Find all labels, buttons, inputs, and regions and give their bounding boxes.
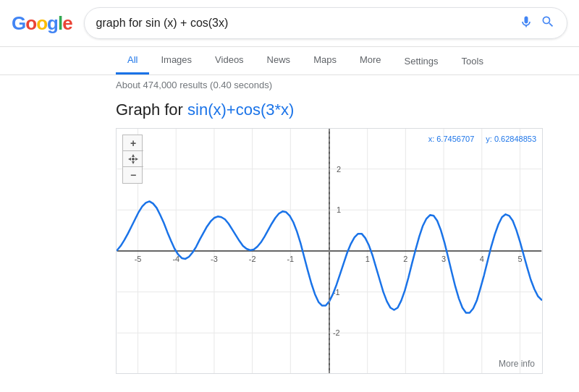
tab-videos[interactable]: Videos: [203, 47, 255, 74]
svg-text:5: 5: [517, 255, 522, 263]
coords-display: x: 6.7456707 y: 0.62848853: [428, 135, 536, 143]
tab-maps[interactable]: Maps: [302, 47, 348, 74]
svg-marker-2: [128, 158, 131, 161]
formula-link[interactable]: sin(x)+cos(3*x): [187, 101, 294, 119]
main-content: Graph for sin(x)+cos(3*x) + − x: 6.74567…: [0, 95, 579, 380]
header: Google: [0, 0, 579, 47]
graph-container[interactable]: + − x: 6.7456707 y: 0.62848853: [116, 128, 543, 374]
x-coord: x: 6.7456707: [428, 135, 475, 143]
tab-all[interactable]: All: [116, 47, 149, 74]
heading-prefix: Graph for: [116, 101, 187, 119]
tab-images[interactable]: Images: [149, 47, 203, 74]
pan-control[interactable]: [123, 151, 143, 167]
tab-tools[interactable]: Tools: [450, 48, 495, 74]
y-coord: y: 0.62848853: [486, 135, 536, 143]
svg-text:-1: -1: [287, 255, 294, 263]
search-icon[interactable]: [541, 14, 555, 32]
graph-svg[interactable]: -1 -2 -3 -4 -5 1 2 3 4 5 1 2 -1 -2: [117, 129, 542, 373]
zoom-out-button[interactable]: −: [123, 167, 143, 183]
more-info-link[interactable]: More info: [499, 359, 535, 369]
svg-text:-2: -2: [333, 328, 340, 337]
svg-text:1: 1: [337, 205, 341, 214]
svg-text:-5: -5: [135, 255, 142, 263]
tab-settings[interactable]: Settings: [393, 48, 450, 74]
tab-more[interactable]: More: [348, 47, 393, 74]
result-heading: Graph for sin(x)+cos(3*x): [116, 101, 463, 119]
svg-point-4: [132, 158, 135, 161]
mic-icon[interactable]: [519, 14, 533, 32]
svg-text:4: 4: [480, 255, 484, 263]
svg-text:2: 2: [337, 165, 341, 174]
google-logo: Google: [12, 12, 72, 35]
zoom-controls: + −: [122, 135, 143, 184]
right-tabs: Settings Tools: [393, 48, 495, 74]
tab-news[interactable]: News: [255, 47, 303, 74]
svg-text:2: 2: [403, 255, 407, 263]
svg-text:3: 3: [441, 255, 446, 263]
results-info: About 474,000 results (0.40 seconds): [0, 75, 579, 95]
nav-tabs: All Images Videos News Maps More Setting…: [0, 47, 579, 75]
svg-marker-0: [132, 154, 135, 157]
svg-marker-1: [132, 161, 135, 164]
search-bar[interactable]: [84, 7, 567, 39]
svg-text:-3: -3: [211, 255, 218, 263]
search-input[interactable]: [96, 17, 512, 30]
svg-text:1: 1: [365, 255, 370, 263]
svg-marker-3: [135, 158, 138, 161]
svg-text:-2: -2: [249, 255, 256, 263]
zoom-in-button[interactable]: +: [123, 135, 143, 151]
